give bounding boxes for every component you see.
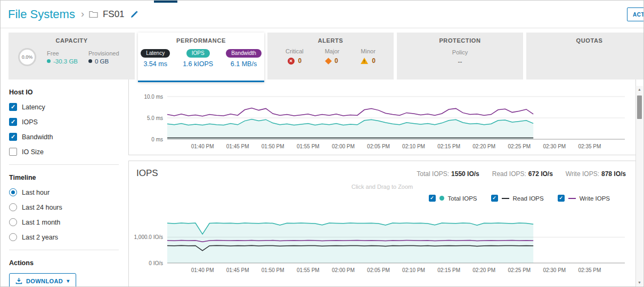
checkbox-row-io-size[interactable]: IO Size bbox=[9, 148, 119, 156]
total-iops-legend-checkbox[interactable] bbox=[429, 195, 436, 202]
svg-text:0 IO/s: 0 IO/s bbox=[149, 260, 163, 266]
latency-metric: Latency 3.54 ms bbox=[141, 47, 170, 68]
alerts-card-body: Critical ✕ 0 Major 0 Minor ! bbox=[267, 48, 394, 65]
svg-text:01:40 PM: 01:40 PM bbox=[191, 144, 214, 149]
bandwidth-value: 6.1 MB/s bbox=[226, 60, 262, 68]
protection-card-title: PROTECTION bbox=[397, 37, 523, 44]
timeline-heading: Timeline bbox=[9, 174, 119, 181]
checkbox-row-latency[interactable]: Latency bbox=[9, 103, 119, 111]
bandwidth-pill: Bandwidth bbox=[226, 49, 262, 58]
unisphere-page: File Systems › FS01 ACTIONS CAPACITY 0.0… bbox=[0, 0, 644, 287]
filters-sidebar: Host IO Latency IOPS Bandwidth IO Size T… bbox=[1, 79, 126, 286]
scroll-down-arrow-icon[interactable]: ▼ bbox=[636, 281, 643, 284]
last-1-month-label: Last 1 month bbox=[22, 219, 60, 226]
last-24-hours-label: Last 24 hours bbox=[22, 204, 62, 211]
write-iops-stat-value: 878 IO/s bbox=[601, 170, 626, 178]
write-iops-legend-label: Write IOPS bbox=[580, 195, 610, 202]
svg-text:01:50 PM: 01:50 PM bbox=[262, 267, 284, 273]
latency-checkbox[interactable] bbox=[9, 103, 17, 111]
scroll-up-arrow-icon[interactable]: ▲ bbox=[636, 87, 643, 91]
protection-card[interactable]: PROTECTION Policy -- bbox=[397, 33, 523, 79]
svg-text:0 ms: 0 ms bbox=[151, 137, 163, 142]
quotas-card[interactable]: QUOTAS bbox=[526, 33, 644, 79]
svg-text:5.0 ms: 5.0 ms bbox=[147, 115, 163, 121]
checkbox-row-iops[interactable]: IOPS bbox=[9, 118, 119, 126]
radio-row-last-24-hours[interactable]: Last 24 hours bbox=[9, 203, 119, 211]
iops-stats: Total IOPS:1550 IO/s Read IOPS:672 IO/s … bbox=[417, 170, 626, 178]
write-iops-stat-label: Write IOPS: bbox=[566, 170, 599, 178]
write-iops-legend-checkbox[interactable] bbox=[558, 195, 565, 202]
capacity-card[interactable]: CAPACITY 0.0% Free -30.3 GB Provisioned … bbox=[9, 33, 135, 79]
capacity-card-title: CAPACITY bbox=[9, 37, 135, 44]
capacity-provisioned-stat: Provisioned 0 GB bbox=[88, 50, 119, 65]
actions-button[interactable]: ACTIONS bbox=[627, 7, 644, 21]
performance-card-active-tab[interactable]: PERFORMANCE Latency 3.54 ms IOPS 1.6 kIO… bbox=[138, 33, 264, 82]
critical-count: 0 bbox=[298, 57, 302, 65]
read-iops-legend-label: Read IOPS bbox=[513, 195, 544, 202]
minor-icon: ! bbox=[361, 58, 368, 64]
policy-value: -- bbox=[397, 58, 523, 66]
svg-text:02:00 PM: 02:00 PM bbox=[332, 144, 355, 149]
major-alerts: Major 0 bbox=[325, 48, 340, 65]
summary-cards-row: CAPACITY 0.0% Free -30.3 GB Provisioned … bbox=[9, 33, 644, 82]
edit-pencil-icon[interactable] bbox=[131, 11, 138, 18]
latency-pill: Latency bbox=[141, 49, 170, 58]
read-iops-legend-checkbox[interactable] bbox=[491, 195, 498, 202]
minor-count: 0 bbox=[372, 57, 376, 65]
svg-text:01:55 PM: 01:55 PM bbox=[297, 267, 320, 273]
svg-text:02:10 PM: 02:10 PM bbox=[402, 267, 425, 273]
provisioned-value: 0 GB bbox=[95, 58, 109, 65]
last-hour-radio[interactable] bbox=[9, 188, 17, 196]
iops-metric: IOPS 1.6 kIOPS bbox=[183, 47, 213, 68]
checkbox-row-bandwidth[interactable]: Bandwidth bbox=[9, 133, 119, 141]
write-iops-marker-line bbox=[568, 198, 576, 199]
last-hour-label: Last hour bbox=[22, 189, 50, 196]
page-title: File Systems bbox=[8, 7, 75, 21]
timeline-section: Timeline Last hour Last 24 hours Last 1 … bbox=[9, 174, 119, 250]
latency-value: 3.54 ms bbox=[141, 60, 170, 68]
io-size-checkbox[interactable] bbox=[9, 148, 17, 156]
scrollbar-thumb[interactable] bbox=[637, 95, 642, 119]
last-1-month-radio[interactable] bbox=[9, 218, 17, 226]
radio-row-last-hour[interactable]: Last hour bbox=[9, 188, 119, 196]
major-count: 0 bbox=[335, 57, 338, 65]
iops-chart-panel: IOPS Total IOPS:1550 IO/s Read IOPS:672 … bbox=[128, 161, 636, 287]
legend-item-total-iops[interactable]: Total IOPS bbox=[429, 195, 477, 202]
latency-checkbox-label: Latency bbox=[22, 103, 45, 111]
alerts-card[interactable]: ALERTS Critical ✕ 0 Major 0 bbox=[267, 33, 394, 79]
total-iops-stat: Total IOPS:1550 IO/s bbox=[417, 170, 479, 178]
folder-icon bbox=[89, 11, 98, 18]
read-iops-stat: Read IOPS:672 IO/s bbox=[492, 170, 553, 178]
io-size-checkbox-label: IO Size bbox=[22, 148, 44, 156]
minor-alerts: Minor ! 0 bbox=[361, 48, 376, 65]
radio-row-last-1-month[interactable]: Last 1 month bbox=[9, 218, 119, 226]
svg-text:01:55 PM: 01:55 PM bbox=[297, 144, 320, 149]
provisioned-legend-dot bbox=[88, 59, 92, 63]
critical-icon: ✕ bbox=[288, 58, 295, 65]
iops-legend: Total IOPS Read IOPS Write IOPS bbox=[129, 195, 610, 202]
download-button[interactable]: DOWNLOAD ▾ bbox=[9, 273, 76, 287]
svg-text:01:50 PM: 01:50 PM bbox=[262, 144, 284, 149]
legend-item-write-iops[interactable]: Write IOPS bbox=[558, 195, 610, 202]
iops-chart[interactable]: 0 IO/s1,000.0 IO/s01:40 PM01:45 PM01:50 … bbox=[132, 204, 635, 279]
latency-chart[interactable]: 0 ms5.0 ms10.0 ms01:40 PM01:45 PM01:50 P… bbox=[132, 86, 635, 155]
download-button-label: DOWNLOAD bbox=[26, 278, 63, 284]
legend-item-read-iops[interactable]: Read IOPS bbox=[491, 195, 544, 202]
svg-text:02:15 PM: 02:15 PM bbox=[437, 144, 460, 149]
svg-text:1,000.0 IO/s: 1,000.0 IO/s bbox=[134, 234, 163, 240]
bandwidth-metric: Bandwidth 6.1 MB/s bbox=[226, 47, 262, 68]
policy-label: Policy bbox=[397, 49, 523, 55]
radio-row-last-2-years[interactable]: Last 2 years bbox=[9, 233, 119, 241]
svg-text:02:05 PM: 02:05 PM bbox=[367, 267, 390, 273]
bandwidth-checkbox-label: Bandwidth bbox=[22, 133, 53, 141]
vertical-scrollbar[interactable]: ▲ ▼ bbox=[635, 86, 643, 286]
total-iops-legend-label: Total IOPS bbox=[448, 195, 477, 202]
svg-text:02:10 PM: 02:10 PM bbox=[402, 144, 425, 149]
last-24-hours-radio[interactable] bbox=[9, 203, 17, 211]
host-io-heading: Host IO bbox=[9, 89, 119, 96]
last-2-years-radio[interactable] bbox=[9, 233, 17, 241]
actions-heading: Actions bbox=[9, 259, 119, 267]
bandwidth-checkbox[interactable] bbox=[9, 133, 17, 141]
svg-text:01:45 PM: 01:45 PM bbox=[226, 144, 249, 149]
iops-checkbox[interactable] bbox=[9, 118, 17, 126]
